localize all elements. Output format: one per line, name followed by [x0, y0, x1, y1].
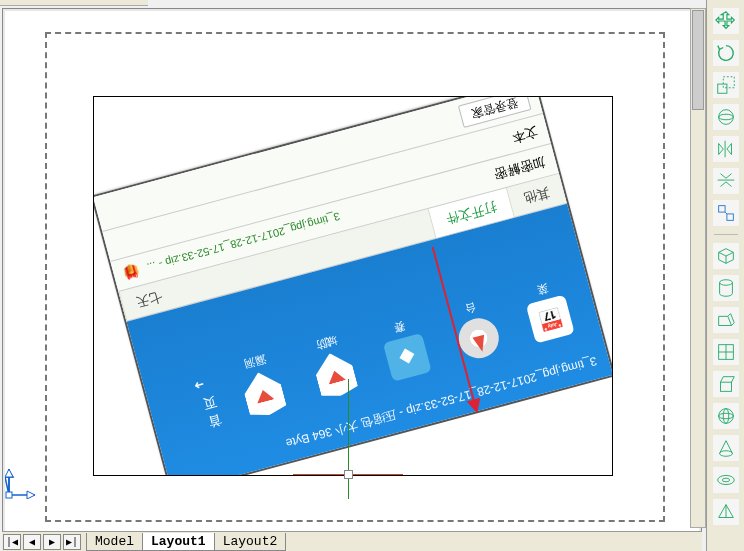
- layout-canvas[interactable]: 登录管家 文本 加密解密 3_timg.jpg_2017-12-28_17-52…: [2, 8, 702, 536]
- svg-point-8: [718, 110, 733, 125]
- pyramid-icon[interactable]: [713, 499, 739, 525]
- gift-icon: 🎁: [122, 262, 141, 281]
- crosshair-marker[interactable]: [343, 429, 355, 441]
- box-icon[interactable]: [713, 243, 739, 269]
- sphere-icon[interactable]: [713, 403, 739, 429]
- svg-point-20: [723, 409, 729, 424]
- svg-point-22: [717, 475, 734, 484]
- tab-nav-last[interactable]: ▶|: [63, 534, 81, 550]
- mirror-v-icon[interactable]: [713, 168, 739, 194]
- extrude-icon[interactable]: [713, 371, 739, 397]
- svg-marker-2: [5, 469, 13, 477]
- region-icon[interactable]: [713, 339, 739, 365]
- move-icon[interactable]: [713, 8, 739, 34]
- svg-point-9: [718, 114, 733, 120]
- svg-rect-11: [726, 214, 732, 220]
- rotate-icon[interactable]: [713, 40, 739, 66]
- mirror-h-icon[interactable]: [713, 136, 739, 162]
- svg-rect-6: [717, 84, 726, 93]
- wedge-icon[interactable]: [713, 307, 739, 333]
- svg-point-18: [718, 409, 733, 424]
- top-toolbar-fragment: [0, 0, 148, 6]
- app-icon-5: 漏洞: [228, 347, 295, 421]
- app-icon-3: ◆ 赛: [372, 313, 437, 383]
- svg-rect-17: [720, 382, 731, 391]
- svg-marker-4: [27, 491, 35, 499]
- svg-point-19: [718, 413, 733, 419]
- tab-nav-prev[interactable]: ◀: [23, 534, 41, 550]
- svg-rect-10: [718, 206, 724, 212]
- layout-tab-strip: |◀ ◀ ▶ ▶| Model Layout1 Layout2: [2, 531, 702, 551]
- compass-icon: [454, 314, 503, 363]
- vertical-scrollbar[interactable]: [690, 8, 706, 528]
- tab-layout1[interactable]: Layout1: [142, 533, 215, 551]
- text-label: 文本: [510, 122, 540, 146]
- ucs-icon: [5, 463, 41, 499]
- svg-point-13: [719, 280, 732, 286]
- orbit-icon[interactable]: [713, 104, 739, 130]
- svg-point-21: [719, 451, 732, 457]
- shield-orange-icon: [240, 368, 288, 420]
- svg-rect-5: [6, 492, 12, 498]
- arrow-right-icon: ➜: [193, 377, 206, 393]
- svg-point-23: [722, 478, 729, 482]
- calendar-icon: 📅: [526, 295, 575, 344]
- right-toolbar: [706, 0, 744, 551]
- app-home: 首页 ➜: [186, 375, 223, 433]
- svg-rect-7: [723, 77, 734, 88]
- app-icon-1: 📅 菜: [515, 275, 580, 345]
- align-icon[interactable]: [713, 200, 739, 226]
- tab-nav-next[interactable]: ▶: [43, 534, 61, 550]
- svg-line-12: [725, 212, 727, 214]
- scrollbar-thumb[interactable]: [692, 10, 704, 110]
- app-icon-4: 城防: [300, 328, 367, 402]
- toolbar-separator: [714, 234, 738, 235]
- cone-icon[interactable]: [713, 435, 739, 461]
- cube-icon: ◆: [383, 333, 432, 382]
- torus-icon[interactable]: [713, 467, 739, 493]
- embedded-image-window: 登录管家 文本 加密解密 3_timg.jpg_2017-12-28_17-52…: [93, 96, 613, 476]
- tab-nav-first[interactable]: |◀: [3, 534, 21, 550]
- scale-icon[interactable]: [713, 72, 739, 98]
- tab-layout2[interactable]: Layout2: [214, 533, 287, 551]
- viewport-frame[interactable]: 登录管家 文本 加密解密 3_timg.jpg_2017-12-28_17-52…: [93, 96, 613, 476]
- app-icon-2: 台: [444, 294, 509, 364]
- tab-model[interactable]: Model: [86, 533, 143, 551]
- cylinder-icon[interactable]: [713, 275, 739, 301]
- shield-red-icon: [311, 348, 359, 400]
